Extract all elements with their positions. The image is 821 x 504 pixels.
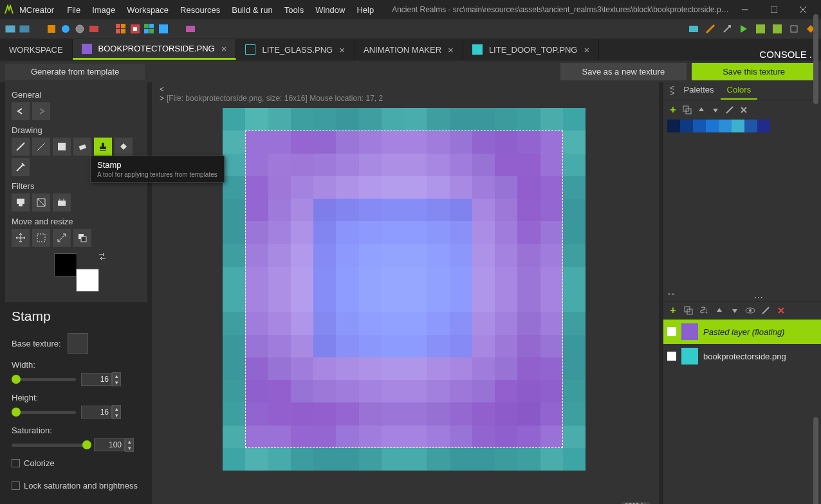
pixel[interactable] (563, 402, 586, 425)
pixel[interactable] (359, 448, 382, 471)
pixel[interactable] (563, 199, 586, 221)
pixel[interactable] (223, 199, 245, 221)
layer-up-icon[interactable] (714, 305, 725, 316)
pixel[interactable] (313, 335, 336, 357)
pixel[interactable] (427, 312, 449, 334)
pixel[interactable] (359, 312, 382, 334)
pixel[interactable] (268, 154, 291, 176)
pixel[interactable] (268, 312, 291, 334)
tab-lite-door-top[interactable]: LITE_DOOR_TOP.PNG × (463, 39, 599, 60)
undo-tool[interactable] (12, 102, 30, 120)
tab-close-icon[interactable]: × (339, 44, 345, 55)
pixel[interactable] (382, 426, 404, 448)
right-tab-scroll-left[interactable]: <> (667, 83, 678, 100)
pixel[interactable] (245, 426, 268, 448)
filter-2-tool[interactable] (32, 194, 50, 212)
pixel[interactable] (472, 199, 495, 221)
pixel[interactable] (404, 244, 427, 267)
pixel[interactable] (517, 108, 540, 130)
pixel[interactable] (336, 176, 358, 199)
pixel[interactable] (563, 448, 586, 471)
toolbar-right-icon-1[interactable] (688, 24, 699, 34)
pixel[interactable] (359, 199, 382, 221)
pixel[interactable] (291, 199, 313, 221)
pixel[interactable] (336, 312, 358, 334)
pixel[interactable] (427, 199, 449, 221)
pixel[interactable] (472, 335, 495, 357)
pixel[interactable] (495, 244, 517, 267)
pixel[interactable] (450, 244, 472, 267)
pixel[interactable] (472, 130, 495, 153)
toolbar-icon-2[interactable] (19, 24, 30, 34)
tab-close-icon[interactable]: × (448, 44, 454, 55)
pixel[interactable] (540, 448, 563, 471)
pixel[interactable] (268, 335, 291, 357)
color-swatch[interactable] (667, 120, 680, 132)
pixel[interactable] (427, 154, 449, 176)
pixel[interactable] (495, 221, 517, 244)
toolbar-right-icon-7[interactable] (789, 24, 799, 34)
pixel[interactable] (517, 176, 540, 199)
pixel[interactable] (540, 402, 563, 425)
pixel[interactable] (268, 176, 291, 199)
pixel[interactable] (450, 402, 472, 425)
pixel[interactable] (268, 380, 291, 402)
pixel[interactable] (245, 267, 268, 289)
pixel[interactable] (427, 448, 449, 471)
pixel[interactable] (563, 244, 586, 267)
background-color[interactable] (76, 269, 99, 292)
color-swatch[interactable] (680, 120, 693, 132)
pixel[interactable] (336, 108, 358, 130)
pixel[interactable] (268, 357, 291, 380)
move-down-icon[interactable] (710, 104, 721, 116)
pixel[interactable] (291, 402, 313, 425)
color-swatch[interactable] (732, 120, 744, 132)
pixel[interactable] (382, 289, 404, 312)
select-tool[interactable] (32, 229, 50, 247)
pixel[interactable] (427, 289, 449, 312)
pixel[interactable] (223, 357, 245, 380)
pixel[interactable] (245, 108, 268, 130)
pixel[interactable] (291, 154, 313, 176)
pixel[interactable] (472, 357, 495, 380)
pixel[interactable] (223, 448, 245, 471)
pixel[interactable] (517, 380, 540, 402)
layer-visibility-box[interactable] (667, 327, 676, 336)
pixel[interactable] (245, 199, 268, 221)
duplicate-layer-icon[interactable] (683, 305, 694, 316)
base-texture-box[interactable] (68, 333, 88, 354)
layers-scrollbar[interactable] (813, 417, 818, 504)
pixel[interactable] (495, 426, 517, 448)
pixel[interactable] (359, 289, 382, 312)
pixel[interactable] (472, 108, 495, 130)
pixel[interactable] (291, 357, 313, 380)
height-spinner[interactable]: ▴▾ (112, 405, 121, 419)
pixel[interactable] (495, 448, 517, 471)
pixel[interactable] (517, 312, 540, 334)
pixel[interactable] (563, 267, 586, 289)
pixel[interactable] (472, 221, 495, 244)
pixel[interactable] (313, 108, 336, 130)
pixel[interactable] (404, 108, 427, 130)
pixel[interactable] (495, 267, 517, 289)
pixel[interactable] (540, 244, 563, 267)
pixel[interactable] (245, 130, 268, 153)
pixel[interactable] (291, 448, 313, 471)
pixel[interactable] (313, 199, 336, 221)
pixel[interactable] (495, 289, 517, 312)
saturation-value[interactable]: 100 (94, 438, 125, 451)
pixel[interactable] (404, 267, 427, 289)
left-collapse-rail[interactable] (0, 82, 5, 504)
menu-tools[interactable]: Tools (279, 3, 309, 17)
layer-row[interactable]: Pasted layer (floating) (663, 320, 821, 344)
pixel[interactable] (245, 357, 268, 380)
pixel[interactable] (540, 130, 563, 153)
pixel[interactable] (336, 426, 358, 448)
pixel[interactable] (268, 426, 291, 448)
pixel[interactable] (382, 176, 404, 199)
pixel[interactable] (382, 357, 404, 380)
pixel[interactable] (450, 289, 472, 312)
pixel[interactable] (382, 154, 404, 176)
pixel[interactable] (427, 108, 449, 130)
pixel[interactable] (517, 244, 540, 267)
